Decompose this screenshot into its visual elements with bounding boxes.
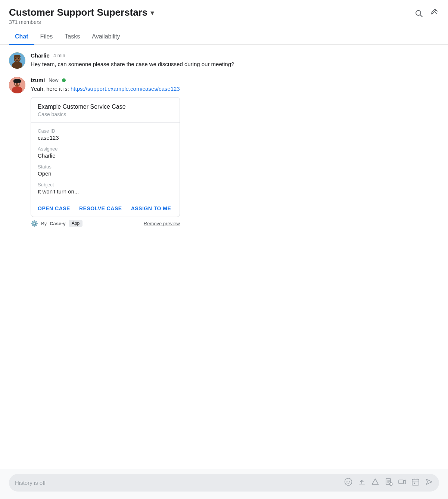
- tab-files[interactable]: Files: [34, 29, 59, 44]
- case-field-label-assignee: Assignee: [38, 146, 173, 152]
- video-icon[interactable]: [398, 478, 406, 488]
- case-field-value-assignee: Charlie: [38, 152, 173, 159]
- case-card-actions: OPEN CASE RESOLVE CASE ASSIGN TO ME: [31, 200, 180, 217]
- svg-point-20: [345, 478, 352, 486]
- message-time-charlie: 4 min: [53, 53, 65, 58]
- new-doc-icon[interactable]: [385, 478, 393, 488]
- case-field-value-id: case123: [38, 134, 173, 141]
- attribution-name: Case-y: [50, 221, 66, 226]
- tab-chat[interactable]: Chat: [9, 29, 34, 44]
- message-body-charlie: Charlie 4 min Hey team, can someone plea…: [31, 52, 234, 69]
- case-field-id: Case ID case123: [38, 128, 173, 141]
- chat-content: Charlie 4 min Hey team, can someone plea…: [0, 45, 448, 469]
- case-field-subject: Subject It won't turn on...: [38, 182, 173, 195]
- case-field-value-subject: It won't turn on...: [38, 188, 173, 195]
- svg-point-6: [15, 58, 16, 59]
- message-input-row[interactable]: History is off: [9, 474, 439, 492]
- online-indicator: [62, 78, 66, 82]
- case-link[interactable]: https://support.example.com/cases/case12…: [71, 86, 180, 92]
- svg-rect-28: [412, 479, 419, 485]
- message-header-charlie: Charlie 4 min: [31, 52, 234, 59]
- upload-icon[interactable]: [358, 478, 366, 488]
- case-field-value-status: Open: [38, 170, 173, 177]
- message-izumi: Izumi Now Yeah, here it is: https://supp…: [9, 77, 439, 227]
- calendar-icon[interactable]: [411, 478, 420, 488]
- case-card-title: Example Customer Service Case: [38, 103, 173, 110]
- case-field-label-id: Case ID: [38, 128, 173, 134]
- svg-rect-27: [399, 480, 404, 484]
- emoji-icon[interactable]: [344, 478, 352, 488]
- svg-point-21: [346, 481, 347, 481]
- svg-rect-29: [414, 483, 415, 484]
- chevron-down-icon[interactable]: ▾: [150, 8, 154, 17]
- message-charlie: Charlie 4 min Hey team, can someone plea…: [9, 52, 439, 69]
- resolve-case-button[interactable]: RESOLVE CASE: [79, 205, 122, 211]
- case-card-header: Example Customer Service Case Case basic…: [31, 97, 180, 123]
- header-title-row: Customer Support Superstars ▾: [9, 7, 154, 18]
- svg-rect-8: [14, 55, 21, 58]
- message-text-charlie: Hey team, can someone please share the c…: [31, 60, 234, 69]
- send-icon[interactable]: [425, 478, 433, 488]
- sender-name-izumi: Izumi: [31, 77, 45, 83]
- svg-marker-24: [372, 479, 379, 484]
- sender-name-charlie: Charlie: [31, 52, 50, 59]
- svg-point-22: [349, 481, 350, 481]
- message-header-izumi: Izumi Now: [31, 77, 180, 83]
- message-text-izumi: Yeah, here it is: https://support.exampl…: [31, 85, 180, 93]
- case-card-body: Case ID case123 Assignee Charlie Status …: [31, 123, 180, 200]
- tab-tasks[interactable]: Tasks: [59, 29, 86, 44]
- case-card: Example Customer Service Case Case basic…: [31, 97, 180, 217]
- case-field-label-status: Status: [38, 164, 173, 170]
- message-body-izumi: Izumi Now Yeah, here it is: https://supp…: [31, 77, 180, 227]
- search-icon[interactable]: [414, 9, 423, 20]
- case-field-label-subject: Subject: [38, 182, 173, 187]
- attribution-row: ⚙️ By Case-y App Remove preview: [31, 220, 180, 227]
- bottom-bar: History is off: [0, 469, 448, 499]
- input-placeholder[interactable]: History is off: [15, 480, 339, 486]
- avatar-charlie: [9, 52, 25, 69]
- casey-logo-icon: ⚙️: [31, 220, 38, 227]
- pin-icon[interactable]: [430, 9, 439, 20]
- svg-point-7: [18, 58, 19, 59]
- message-time-izumi: Now: [49, 77, 58, 83]
- drive-icon[interactable]: [371, 478, 379, 488]
- case-field-status: Status Open: [38, 164, 173, 177]
- attribution-by: By: [41, 221, 47, 226]
- members-count: 371 members: [9, 19, 154, 25]
- svg-rect-15: [13, 80, 21, 83]
- group-name: Customer Support Superstars: [9, 7, 147, 18]
- header-actions: [414, 9, 439, 20]
- avatar-izumi: [9, 77, 25, 93]
- tab-availability[interactable]: Availability: [86, 29, 126, 44]
- svg-rect-23: [359, 484, 365, 484]
- svg-line-1: [420, 15, 423, 17]
- case-field-assignee: Assignee Charlie: [38, 146, 173, 159]
- open-case-button[interactable]: OPEN CASE: [38, 205, 70, 211]
- remove-preview-link[interactable]: Remove preview: [144, 221, 180, 226]
- message-prefix: Yeah, here it is:: [31, 86, 71, 92]
- case-card-subtitle: Case basics: [38, 111, 173, 117]
- assign-to-me-button[interactable]: ASSIGN TO ME: [131, 205, 171, 211]
- tab-bar: Chat Files Tasks Availability: [0, 29, 448, 45]
- app-badge: App: [69, 220, 83, 227]
- header: Customer Support Superstars ▾ 371 member…: [0, 0, 448, 25]
